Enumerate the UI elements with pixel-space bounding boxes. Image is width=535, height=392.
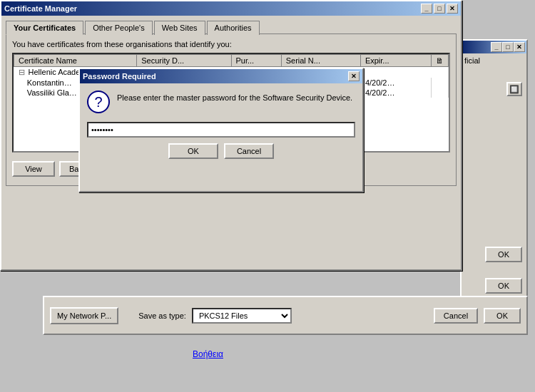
cert-row-extra2 [432,88,449,98]
cert-manager-title-text: Certificate Manager [4,4,77,13]
cert-manager-description: You have certificates from these organis… [12,40,450,48]
view-button[interactable]: View [12,161,55,177]
pwd-dialog-title: Password Required [83,72,156,81]
save-ok-button[interactable]: OK [484,308,521,324]
col-pur: Pur... [231,55,281,67]
pwd-dialog-buttons: OK Cancel [87,143,355,159]
right-ok-button-2[interactable]: OK [485,278,522,294]
col-expir: Expir... [360,55,431,67]
boitheia-link[interactable]: Βοήθεια [193,349,223,359]
pwd-input-row [87,122,355,138]
pwd-dialog-content: ? Please enter the master password for t… [80,83,362,166]
strip-icon-button[interactable]: 🔲 [506,82,522,96]
cert-manager-title: Certificate Manager [4,4,77,13]
cert-manager-controls: _ □ ✕ [421,4,458,14]
cert-table-header-row: Certificate Name Security D... Pur... Se… [14,55,449,67]
pwd-dialog-body: ? Please enter the master password for t… [87,91,355,113]
pwd-dialog-title-text: Password Required [83,72,156,81]
save-bar: My Network P... Save as type: PKCS12 Fil… [43,296,528,335]
col-cert-name: Certificate Name [14,55,137,67]
cert-manager-close[interactable]: ✕ [447,4,458,14]
strip-title-text: ficial [462,53,526,68]
save-cancel-button[interactable]: Cancel [434,308,478,324]
save-type-label: Save as type: [138,311,186,320]
pwd-cancel-button[interactable]: Cancel [224,143,274,159]
tab-web-sites[interactable]: Web Sites [154,21,205,35]
question-icon: ? [87,91,110,113]
col-security-d: Security D... [137,55,231,67]
cert-row-extra [432,78,449,88]
save-type-select[interactable]: PKCS12 Files [192,308,292,324]
col-serial-n: Serial N... [281,55,360,67]
pwd-dialog-close-btn[interactable]: ✕ [348,71,360,81]
right-strip-titlebar: _ □ ✕ [462,41,526,53]
cert-manager-minimize[interactable]: _ [421,4,432,14]
strip-close-btn[interactable]: ✕ [514,42,525,52]
pwd-ok-button[interactable]: OK [168,143,218,159]
tab-your-certificates[interactable]: Your Certificates [6,21,83,35]
pwd-dialog-titlebar: Password Required ✕ [80,69,362,83]
cert-manager-tabs: Your Certificates Other People's Web Sit… [6,20,457,34]
strip-maximize-btn[interactable]: □ [502,42,514,52]
password-input[interactable] [87,122,355,138]
expand-icon: ⊟ [19,68,25,76]
tab-authorities[interactable]: Authorities [207,21,260,35]
network-places-button[interactable]: My Network P... [50,307,118,324]
right-ok-button-1[interactable]: OK [485,247,522,262]
col-extra: 🗎 [432,55,449,67]
tab-other-peoples[interactable]: Other People's [85,21,152,35]
password-dialog: Password Required ✕ ? Please enter the m… [78,68,364,192]
cert-manager-titlebar: Certificate Manager _ □ ✕ [1,1,461,16]
cert-row-expiry2: 4/20/2… [360,88,431,98]
strip-icon-row: 🔲 [462,82,526,96]
pwd-dialog-controls: ✕ [348,71,360,81]
pwd-message: Please enter the master password for the… [117,91,355,113]
cert-manager-maximize[interactable]: □ [434,4,445,14]
cert-row-expiry: 4/20/2… [360,78,431,88]
strip-minimize-btn[interactable]: _ [491,42,502,52]
